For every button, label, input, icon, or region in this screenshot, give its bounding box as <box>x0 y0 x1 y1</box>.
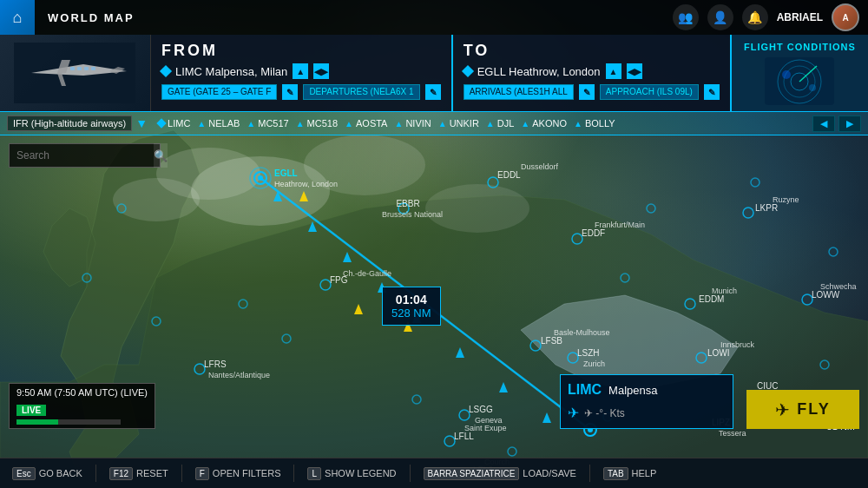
svg-text:Ruzyne: Ruzyne <box>773 195 799 204</box>
approach-tag[interactable]: APPROACH (ILS 09L) <box>600 84 699 100</box>
waypoint-nelab[interactable]: ▲ NELAB <box>197 118 240 129</box>
waypoint-limc[interactable]: LIMC <box>158 118 190 129</box>
gate-edit-btn[interactable]: ✎ <box>282 84 298 100</box>
divider-3 <box>293 465 294 482</box>
svg-rect-88 <box>91 67 95 70</box>
svg-text:LFLL: LFLL <box>454 432 474 441</box>
profile-icon[interactable]: 👤 <box>707 4 733 30</box>
svg-text:Dusseldorf: Dusseldorf <box>521 162 559 171</box>
go-back-button[interactable]: Esc GO BACK <box>7 467 88 480</box>
ifr-selector[interactable]: IFR (High-altitude airways) ▼ <box>7 115 148 131</box>
airport-icao-code: LIMC <box>568 382 602 398</box>
svg-rect-86 <box>77 67 82 70</box>
to-airport-btn[interactable]: ▲ <box>606 63 621 79</box>
open-filters-label: OPEN FILTERS <box>213 468 281 478</box>
ifr-dropdown-arrow: ▼ <box>135 116 148 130</box>
multiplayer-icon[interactable]: 👥 <box>673 4 699 30</box>
search-input[interactable] <box>10 149 154 162</box>
waypoint-aosta[interactable]: ▲ AOSTA <box>345 118 387 129</box>
open-filters-button[interactable]: F OPEN FILTERS <box>190 467 286 480</box>
waypoint-mc517[interactable]: ▲ MC517 <box>247 118 288 129</box>
spacebar-key: BARRA SPAZIATRICE <box>424 467 520 480</box>
weather-radar <box>765 57 834 105</box>
waypoint-akono[interactable]: ▲ AKONO <box>521 118 567 129</box>
waypoint-unkir[interactable]: ▲ UNKIR <box>438 118 479 129</box>
header-title: WORLD MAP <box>35 11 148 24</box>
live-panel: 9:50 AM (7:50 AM UTC) (LIVE) LIVE <box>9 383 155 429</box>
svg-point-23 <box>743 208 753 218</box>
nav-controls: ◀ ▶ <box>812 115 861 132</box>
from-info-bar: GATE (GATE 25 – GATE F ✎ DEPARTURES (NEL… <box>161 84 441 100</box>
nav-prev[interactable]: ◀ <box>812 115 835 132</box>
svg-point-4 <box>425 184 529 233</box>
svg-text:Schwecha: Schwecha <box>820 282 857 291</box>
departures-tag[interactable]: DEPARTURES (NELA6X 1 <box>303 84 419 100</box>
svg-text:EDDL: EDDL <box>497 170 521 180</box>
waypoint-djl[interactable]: ▲ DJL <box>486 118 514 129</box>
nav-next[interactable]: ▶ <box>838 115 861 132</box>
svg-text:Basle-Mulhouse: Basle-Mulhouse <box>554 328 610 337</box>
time-display: 9:50 AM (7:50 AM UTC) (LIVE) <box>16 387 148 398</box>
waypoint-mc518[interactable]: ▲ MC518 <box>296 118 338 129</box>
search-button[interactable]: 🔍 <box>154 143 168 168</box>
esc-key: Esc <box>12 467 36 480</box>
svg-text:Heathrow, London: Heathrow, London <box>274 180 338 188</box>
gate-tag[interactable]: GATE (GATE 25 – GATE F <box>161 84 277 100</box>
fly-button[interactable]: ✈ FLY <box>746 390 859 429</box>
departures-edit-btn[interactable]: ✎ <box>425 84 441 100</box>
airport-full-name: Malpensa <box>608 384 657 397</box>
divider-2 <box>181 465 182 482</box>
notifications-icon[interactable]: 🔔 <box>742 4 768 30</box>
fly-label: FLY <box>797 400 830 419</box>
load-save-label: LOAD/SAVE <box>523 468 576 478</box>
waypoint-bolly[interactable]: ▲ BOLLY <box>574 118 615 129</box>
svg-text:EDDF: EDDF <box>582 228 605 238</box>
header-logo[interactable]: ⌂ <box>0 0 35 35</box>
svg-text:Nantes/Atlantique: Nantes/Atlantique <box>208 371 270 379</box>
svg-text:LSGG: LSGG <box>469 405 493 414</box>
svg-text:LKPR: LKPR <box>755 203 778 213</box>
waypoint-nivin[interactable]: ▲ NIVIN <box>394 118 431 129</box>
svg-point-34 <box>647 204 655 213</box>
svg-text:LSZH: LSZH <box>577 348 600 358</box>
from-label: FROM <box>161 42 441 60</box>
f-key: F <box>195 467 209 480</box>
arrivals-edit-btn[interactable]: ✎ <box>579 84 595 100</box>
to-label: TO <box>464 42 720 60</box>
plane-thumbnail <box>0 35 151 111</box>
load-save-button[interactable]: BARRA SPAZIATRICE LOAD/SAVE <box>418 467 582 480</box>
svg-text:EGLL: EGLL <box>274 168 298 178</box>
from-swap-btn[interactable]: ◀▶ <box>313 63 329 79</box>
arrivals-tag[interactable]: ARRIVALS (ALES1H ALL <box>464 84 574 100</box>
svg-rect-87 <box>84 67 89 70</box>
svg-rect-85 <box>70 67 75 70</box>
reset-label: RESET <box>136 468 168 478</box>
plane-takeoff-icon: ✈ <box>568 405 579 421</box>
help-button[interactable]: TAB HELP <box>598 467 661 480</box>
svg-point-3 <box>113 178 200 221</box>
svg-text:LFSB: LFSB <box>541 336 562 346</box>
go-back-label: GO BACK <box>39 468 82 478</box>
weather-section: FLIGHT CONDITIONS <box>730 35 868 111</box>
from-section: FROM LIMC Malpensa, Milan ▲ ◀▶ GATE (GAT… <box>151 35 453 111</box>
airport-info-card: LIMC Malpensa ✈ ✈ -°- Kts <box>560 374 733 429</box>
header-right: 👥 👤 🔔 ABRIAEL A <box>673 3 868 31</box>
flight-panel: FROM LIMC Malpensa, Milan ▲ ◀▶ GATE (GAT… <box>0 35 868 111</box>
svg-text:Munich: Munich <box>712 287 737 295</box>
user-avatar[interactable]: A <box>832 3 859 31</box>
from-airport-row: LIMC Malpensa, Milan ▲ ◀▶ <box>161 63 441 79</box>
show-legend-button[interactable]: L SHOW LEGEND <box>302 467 401 480</box>
approach-edit-btn[interactable]: ✎ <box>704 84 720 100</box>
to-section: TO EGLL Heathrow, London ▲ ◀▶ ARRIVALS (… <box>453 35 730 111</box>
bottom-toolbar: Esc GO BACK F12 RESET F OPEN FILTERS L S… <box>0 458 868 488</box>
search-bar: 🔍 <box>9 143 161 168</box>
from-airport-btn[interactable]: ▲ <box>293 63 308 79</box>
svg-text:LOWI: LOWI <box>707 348 730 358</box>
live-badge: LIVE <box>16 405 46 416</box>
ifr-label: IFR (High-altitude airways) <box>7 115 132 131</box>
svg-text:Frankfurt/Main: Frankfurt/Main <box>595 221 645 229</box>
svg-text:Tessera: Tessera <box>719 429 746 438</box>
to-swap-btn[interactable]: ◀▶ <box>627 63 642 79</box>
svg-text:LFRS: LFRS <box>204 359 227 369</box>
reset-button[interactable]: F12 RESET <box>104 467 174 480</box>
